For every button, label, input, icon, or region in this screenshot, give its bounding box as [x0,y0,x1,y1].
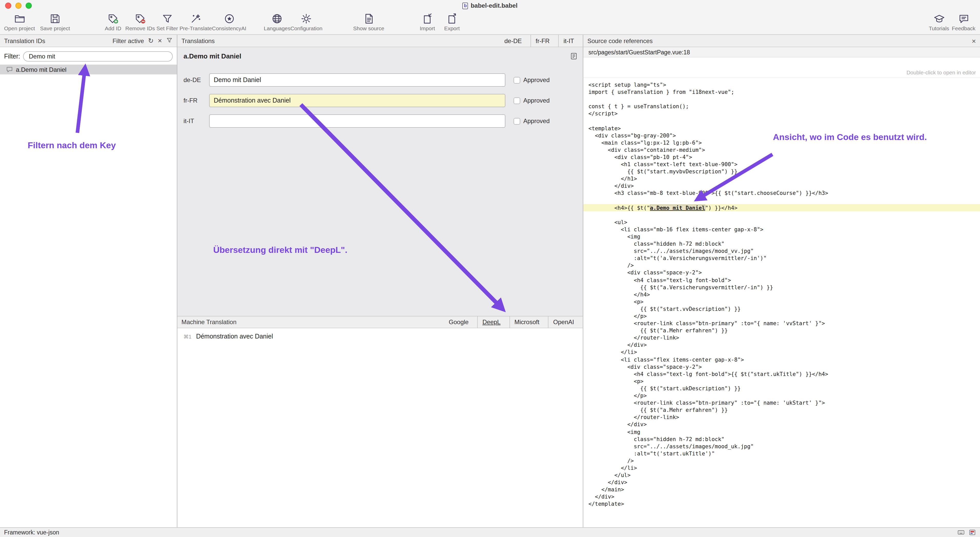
source-reference-item[interactable]: src/pages/start/GuestStartPage.vue:18 [583,47,980,57]
approved-label: Approved [523,118,550,124]
source-code: <script setup lang="ts">import { useTran… [583,78,980,527]
mt-tab-deepl[interactable]: DeepL [477,316,505,328]
approved-label: Approved [523,97,550,104]
approved-checkbox-de[interactable] [514,76,520,83]
save-project-button[interactable]: Save project [40,13,70,31]
comment-note-button[interactable] [570,52,578,62]
graduation-cap-icon [933,13,945,25]
speech-bubble-icon [958,13,969,25]
entry-title: a.Demo mit Daniel [183,52,577,60]
machine-translation-header: Machine Translation Google DeepL Microso… [177,316,583,328]
main-area: Translation IDs Filter active ↻ × Filter… [0,35,980,527]
configuration-button[interactable]: Configuration [290,13,322,31]
lang-label: de-DE [183,76,209,84]
source-document-icon [363,13,375,25]
toolbar: Open project Save project Add ID Remove … [0,11,980,35]
panel-title: Machine Translation [181,319,237,326]
import-button[interactable]: Import [415,13,440,31]
source-open-hint: Double-click to open in editor [583,57,980,78]
consistency-seal-icon [223,13,235,25]
consistency-ai-button[interactable]: ConsistencyAI [212,13,246,31]
mt-suggestion-text: Démonstration avec Daniel [196,333,273,340]
lang-label: it-IT [183,118,209,124]
lang-label: fr-FR [183,97,209,104]
minimize-window-button[interactable] [15,3,22,9]
refresh-filter-icon[interactable]: ↻ [148,37,154,44]
import-icon [422,13,433,25]
languages-button[interactable]: Languages [264,13,290,31]
list-item[interactable]: a.Demo mit Daniel [0,65,177,74]
filter-label: Filter: [4,53,20,60]
translation-input-de[interactable]: Demo mit Daniel [209,73,505,87]
translation-input-it[interactable] [209,115,505,128]
app-document-icon: b [463,2,468,9]
translations-header: Translations de-DE fr-FR it-IT [177,35,583,47]
approved-label: Approved [523,76,550,84]
mt-suggestion-row[interactable]: ⌘1 Démonstration avec Daniel [177,332,583,341]
babeledit-window: b babel-edit.babel Open project Save pro… [0,0,980,537]
approved-checkbox-fr[interactable] [514,97,520,104]
highlighted-translation-key[interactable]: a.Demo mit Daniel [650,204,705,210]
translation-id-list: a.Demo mit Daniel [0,65,177,527]
mt-tab-google[interactable]: Google [444,316,473,328]
titlebar: b babel-edit.babel [0,0,980,11]
language-tab-de[interactable]: de-DE [500,35,527,47]
traffic-lights [5,3,32,9]
language-tab-fr[interactable]: fr-FR [530,35,554,47]
panel-title: Translation IDs [4,37,45,45]
folder-open-icon [14,13,25,25]
zoom-window-button[interactable] [25,3,32,9]
shortcut-badge: ⌘1 [183,334,191,339]
machine-translation-content: ⌘1 Démonstration avec Daniel [177,328,583,527]
close-panel-icon[interactable]: × [972,37,976,45]
mt-tab-microsoft[interactable]: Microsoft [509,316,544,328]
translation-row-de: de-DE Demo mit Daniel Approved [183,73,577,87]
add-id-button[interactable]: Add ID [101,13,125,31]
panel-title: Source code references [587,37,653,45]
remove-ids-button[interactable]: Remove IDs [125,13,155,31]
filter-active-label: Filter active [113,37,144,45]
tag-remove-icon [134,13,146,25]
export-icon [446,13,458,25]
tag-add-icon [107,13,119,25]
comment-bubble-icon [6,66,13,73]
filter-input[interactable]: Demo mit [23,51,173,62]
globe-icon [271,13,283,25]
keyboard-icon [958,529,965,536]
source-references-header: Source code references × [583,35,980,47]
filter-row: Filter: Demo mit [0,47,177,65]
filter-funnel-icon[interactable] [166,37,173,45]
translation-ids-header: Translation IDs Filter active ↻ × [0,35,177,47]
translation-input-fr[interactable]: Démonstration avec Daniel [209,94,505,107]
tutorials-button[interactable]: Tutorials [927,13,951,31]
language-tab-it[interactable]: it-IT [558,35,579,47]
approved-checkbox-it[interactable] [514,118,520,124]
source-references-panel: Source code references × src/pages/start… [583,35,980,527]
framework-label: Framework: vue-json [4,529,59,535]
feedback-button[interactable]: Feedback [951,13,976,31]
status-bar: Framework: vue-json [0,527,980,537]
input-source-icon [969,529,976,536]
show-source-button[interactable]: Show source [353,13,384,31]
translations-panel: Translations de-DE fr-FR it-IT a.Demo mi… [177,35,583,527]
set-filter-button[interactable]: Set Filter [155,13,180,31]
translation-row-fr: fr-FR Démonstration avec Daniel Approved [183,94,577,107]
translation-ids-panel: Translation IDs Filter active ↻ × Filter… [0,35,177,527]
panel-title: Translations [181,37,215,45]
mt-tab-openai[interactable]: OpenAI [548,316,579,328]
magic-wand-icon [190,13,202,25]
pre-translate-button[interactable]: Pre-Translate [180,13,212,31]
translation-row-it: it-IT Approved [183,115,577,128]
close-window-button[interactable] [5,3,11,9]
save-icon [49,13,61,25]
gear-icon [301,13,312,25]
translations-editor: a.Demo mit Daniel de-DE Demo mit Daniel … [177,47,583,316]
funnel-icon [161,13,173,25]
window-title: b babel-edit.babel [463,2,518,9]
export-button[interactable]: Export [440,13,465,31]
note-icon [570,52,578,60]
open-project-button[interactable]: Open project [4,13,35,31]
clear-filter-icon[interactable]: × [158,37,162,44]
